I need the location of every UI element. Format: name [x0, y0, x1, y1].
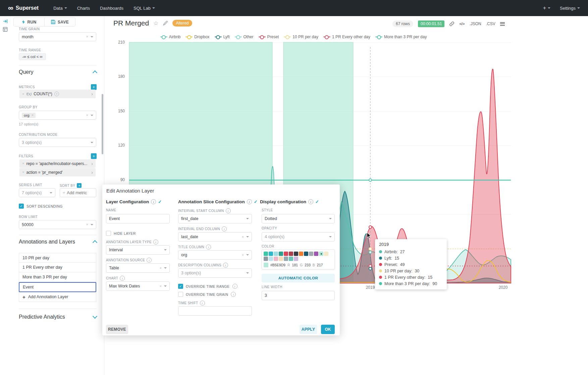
datasource-grid-icon[interactable]	[3, 27, 8, 32]
row-limit-select[interactable]: 50000 ×	[19, 220, 96, 229]
color-swatch[interactable]	[284, 257, 288, 261]
r-value[interactable]: 181	[292, 263, 298, 267]
remove-button[interactable]: REMOVE	[106, 325, 128, 334]
info-icon[interactable]: i	[147, 258, 152, 263]
annotation-source-select[interactable]: Table ×	[106, 263, 170, 273]
sort-by-input[interactable]: +	[60, 188, 96, 197]
info-icon[interactable]: i	[151, 199, 156, 204]
menu-icon[interactable]	[500, 22, 505, 26]
color-swatch[interactable]	[299, 252, 303, 256]
expand-panel-icon[interactable]	[3, 19, 8, 24]
add-metric-button[interactable]: +	[91, 84, 97, 90]
annotations-section-header[interactable]: Annotations and Layers	[19, 239, 97, 245]
info-icon[interactable]: i	[222, 226, 227, 231]
legend-item[interactable]: More than 3 PR per day	[375, 35, 427, 39]
info-icon[interactable]: i	[226, 208, 231, 213]
opacity-select[interactable]: 4 option(s)	[262, 232, 335, 242]
legend-item[interactable]: Other	[235, 35, 254, 39]
info-icon[interactable]: i	[206, 245, 211, 250]
color-swatch[interactable]	[294, 257, 298, 261]
settings-menu[interactable]: Settings	[560, 6, 580, 11]
hex-value[interactable]: #B5E9D9	[270, 263, 285, 267]
annotation-layer-row[interactable]: More than 3 PR per day	[19, 272, 96, 282]
sort-by-metric-input[interactable]	[67, 191, 90, 195]
color-swatch[interactable]	[269, 257, 273, 261]
nav-dashboards[interactable]: Dashboards	[100, 6, 123, 11]
filter-pill[interactable]: × repo = 'apache/incubator-supers... ›	[19, 159, 96, 168]
annotation-layer-row[interactable]: 10 PR per day	[19, 253, 96, 263]
contribution-mode-select[interactable]: 3 option(s)	[19, 138, 96, 147]
automatic-color-button[interactable]: AUTOMATIC COLOR	[262, 274, 335, 282]
annotation-layer-type-select[interactable]: Interval	[106, 245, 170, 255]
style-select[interactable]: Dotted	[262, 214, 335, 223]
color-swatch[interactable]	[324, 252, 328, 256]
export-json-button[interactable]: .JSON	[469, 21, 481, 26]
override-time-grain-row[interactable]: OVERRIDE TIME GRAIN i	[178, 292, 236, 297]
info-icon[interactable]: i	[223, 263, 228, 268]
remove-tag-icon[interactable]: ×	[32, 113, 34, 117]
remove-filter-icon[interactable]: ×	[22, 170, 24, 174]
info-icon[interactable]: i	[153, 239, 158, 245]
info-icon[interactable]: i	[200, 301, 205, 306]
time-shift-input[interactable]	[178, 306, 252, 316]
run-button[interactable]: RUN	[14, 18, 44, 26]
query-section-header[interactable]: Query	[19, 69, 97, 75]
new-item-menu[interactable]: +	[543, 5, 550, 11]
color-swatch[interactable]	[284, 252, 288, 256]
description-columns-select[interactable]: 3 option(s)	[178, 268, 252, 278]
nav-charts[interactable]: Charts	[77, 6, 90, 11]
override-time-range-checkbox[interactable]: ✓	[178, 284, 183, 289]
edit-properties-icon[interactable]	[163, 20, 168, 26]
ok-button[interactable]: OK	[321, 325, 335, 334]
g-value[interactable]: 233	[305, 263, 311, 267]
color-swatch[interactable]	[274, 257, 278, 261]
color-swatch-selected[interactable]	[319, 252, 323, 256]
legend-item[interactable]: Airbnb	[160, 35, 181, 39]
legend-item[interactable]: Preset	[259, 35, 279, 39]
filter-pill[interactable]: × action = 'pr_merged' ›	[19, 168, 96, 176]
time-range-value[interactable]: -∞ ≤ col < ∞	[19, 53, 46, 60]
group-by-select[interactable]: org × ×	[19, 111, 96, 120]
info-icon[interactable]: i	[308, 199, 313, 204]
share-link-icon[interactable]	[449, 21, 455, 26]
export-csv-button[interactable]: .CSV	[486, 21, 495, 26]
legend-item[interactable]: 10 PR per day	[284, 35, 318, 39]
annotation-layer-row[interactable]: 1 PR Every other day	[19, 263, 96, 272]
add-filter-button[interactable]: +	[91, 153, 97, 159]
add-sort-metric-button[interactable]: +	[77, 183, 82, 188]
color-swatch[interactable]	[289, 252, 293, 256]
altered-badge[interactable]: Altered	[172, 20, 192, 26]
remove-metric-icon[interactable]: ×	[22, 92, 24, 96]
color-swatch[interactable]	[279, 252, 283, 256]
color-swatch[interactable]	[294, 252, 298, 256]
save-button[interactable]: SAVE	[44, 18, 75, 26]
clear-icon[interactable]: ×	[86, 223, 88, 226]
clear-icon[interactable]: ×	[86, 113, 88, 117]
info-icon[interactable]: i	[232, 284, 237, 289]
series-limit-select[interactable]: 7 option(s)	[19, 188, 55, 197]
color-swatch[interactable]	[279, 257, 283, 261]
apply-button[interactable]: APPLY	[300, 325, 317, 334]
add-annotation-layer-button[interactable]: + Add Annotation Layer	[19, 292, 96, 302]
override-time-range-row[interactable]: ✓ OVERRIDE TIME RANGE i	[178, 284, 237, 289]
color-swatch[interactable]	[314, 252, 318, 256]
color-swatch[interactable]	[289, 257, 293, 261]
color-swatch[interactable]	[274, 252, 278, 256]
embed-code-icon[interactable]: </>	[459, 22, 465, 26]
color-swatch[interactable]	[264, 257, 268, 261]
layer-name-input[interactable]	[106, 214, 170, 223]
color-swatch[interactable]	[264, 252, 268, 256]
info-icon[interactable]: i	[247, 199, 252, 204]
color-swatch[interactable]	[304, 252, 308, 256]
clear-icon[interactable]: ×	[160, 284, 162, 288]
info-icon[interactable]: i	[120, 276, 125, 281]
override-time-grain-checkbox[interactable]	[178, 292, 183, 297]
nav-data[interactable]: Data	[53, 6, 67, 11]
sort-descending-row[interactable]: ✓ SORT DESCENDING	[19, 204, 63, 209]
hide-layer-checkbox[interactable]	[106, 231, 111, 236]
favorite-star-icon[interactable]: ☆	[153, 20, 158, 27]
line-width-input[interactable]	[262, 291, 335, 300]
chart-select[interactable]: Max Work Dates ×	[106, 281, 170, 291]
remove-filter-icon[interactable]: ×	[22, 162, 24, 165]
panel-scrollbar[interactable]	[102, 94, 103, 154]
